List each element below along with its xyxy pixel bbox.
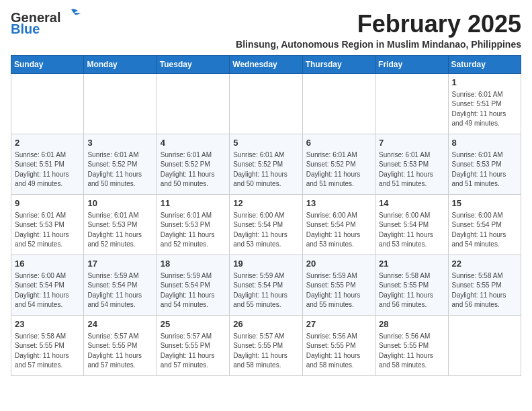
day-number: 21 [379, 258, 444, 270]
calendar-cell: 3Sunrise: 6:01 AM Sunset: 5:52 PM Daylig… [84, 134, 157, 194]
calendar-cell [11, 73, 84, 134]
calendar-cell: 14Sunrise: 6:00 AM Sunset: 5:54 PM Dayli… [375, 194, 448, 255]
calendar-cell: 19Sunrise: 5:59 AM Sunset: 5:54 PM Dayli… [230, 255, 302, 315]
month-title: February 2025 [81, 11, 521, 38]
calendar-cell [157, 73, 229, 134]
calendar-week-row: 16Sunrise: 6:00 AM Sunset: 5:54 PM Dayli… [11, 255, 521, 315]
day-number: 11 [161, 197, 226, 210]
calendar-cell: 26Sunrise: 5:57 AM Sunset: 5:55 PM Dayli… [230, 315, 302, 375]
day-number: 5 [233, 137, 298, 149]
day-info: Sunrise: 5:57 AM Sunset: 5:55 PM Dayligh… [87, 332, 152, 371]
calendar-cell: 9Sunrise: 6:01 AM Sunset: 5:53 PM Daylig… [11, 194, 84, 255]
calendar-cell: 17Sunrise: 5:59 AM Sunset: 5:54 PM Dayli… [84, 255, 157, 315]
day-info: Sunrise: 5:58 AM Sunset: 5:55 PM Dayligh… [379, 271, 444, 310]
day-info: Sunrise: 5:59 AM Sunset: 5:54 PM Dayligh… [161, 271, 226, 310]
bird-icon [62, 8, 81, 21]
day-number: 13 [306, 197, 371, 210]
day-number: 24 [87, 318, 152, 330]
weekday-header-thursday: Thursday [302, 55, 375, 73]
calendar-cell: 6Sunrise: 6:01 AM Sunset: 5:52 PM Daylig… [302, 134, 375, 194]
calendar-cell: 28Sunrise: 5:56 AM Sunset: 5:55 PM Dayli… [375, 315, 448, 375]
day-number: 14 [379, 197, 444, 210]
day-number: 20 [306, 258, 371, 270]
calendar-cell: 7Sunrise: 6:01 AM Sunset: 5:53 PM Daylig… [375, 134, 448, 194]
day-info: Sunrise: 6:01 AM Sunset: 5:52 PM Dayligh… [306, 150, 371, 189]
logo-blue: Blue [11, 21, 40, 37]
day-number: 15 [452, 197, 517, 210]
day-info: Sunrise: 5:57 AM Sunset: 5:55 PM Dayligh… [161, 332, 226, 371]
calendar-cell [230, 73, 302, 134]
day-number: 2 [15, 137, 80, 149]
calendar-cell: 11Sunrise: 6:01 AM Sunset: 5:53 PM Dayli… [157, 194, 229, 255]
day-number: 26 [233, 318, 298, 330]
calendar-cell: 25Sunrise: 5:57 AM Sunset: 5:55 PM Dayli… [157, 315, 229, 375]
day-info: Sunrise: 5:57 AM Sunset: 5:55 PM Dayligh… [233, 332, 298, 371]
calendar-table: SundayMondayTuesdayWednesdayThursdayFrid… [11, 55, 521, 376]
calendar-cell: 1Sunrise: 6:01 AM Sunset: 5:51 PM Daylig… [448, 73, 521, 134]
day-info: Sunrise: 5:59 AM Sunset: 5:54 PM Dayligh… [233, 271, 298, 310]
day-number: 10 [87, 197, 152, 210]
day-number: 22 [452, 258, 517, 270]
page-header: General Blue February 2025 Blinsung, Aut… [11, 11, 521, 50]
day-info: Sunrise: 6:01 AM Sunset: 5:53 PM Dayligh… [15, 211, 80, 250]
calendar-cell: 27Sunrise: 5:56 AM Sunset: 5:55 PM Dayli… [302, 315, 375, 375]
calendar-cell [448, 315, 521, 375]
weekday-header-wednesday: Wednesday [230, 55, 302, 73]
weekday-header-tuesday: Tuesday [157, 55, 229, 73]
day-info: Sunrise: 5:56 AM Sunset: 5:55 PM Dayligh… [379, 332, 444, 371]
day-info: Sunrise: 6:00 AM Sunset: 5:54 PM Dayligh… [379, 211, 444, 250]
calendar-cell: 12Sunrise: 6:00 AM Sunset: 5:54 PM Dayli… [230, 194, 302, 255]
calendar-cell [302, 73, 375, 134]
day-info: Sunrise: 6:01 AM Sunset: 5:51 PM Dayligh… [15, 150, 80, 189]
day-number: 18 [161, 258, 226, 270]
day-info: Sunrise: 6:01 AM Sunset: 5:52 PM Dayligh… [233, 150, 298, 189]
day-info: Sunrise: 5:56 AM Sunset: 5:55 PM Dayligh… [306, 332, 371, 371]
day-number: 19 [233, 258, 298, 270]
day-info: Sunrise: 5:59 AM Sunset: 5:55 PM Dayligh… [306, 271, 371, 310]
calendar-cell: 10Sunrise: 6:01 AM Sunset: 5:53 PM Dayli… [84, 194, 157, 255]
logo: General Blue [11, 11, 81, 37]
day-info: Sunrise: 6:01 AM Sunset: 5:53 PM Dayligh… [452, 150, 517, 189]
day-number: 9 [15, 197, 80, 210]
calendar-cell: 2Sunrise: 6:01 AM Sunset: 5:51 PM Daylig… [11, 134, 84, 194]
day-info: Sunrise: 6:00 AM Sunset: 5:54 PM Dayligh… [15, 271, 80, 310]
calendar-cell: 15Sunrise: 6:00 AM Sunset: 5:54 PM Dayli… [448, 194, 521, 255]
weekday-header-monday: Monday [84, 55, 157, 73]
weekday-header-saturday: Saturday [448, 55, 521, 73]
day-number: 1 [452, 77, 517, 89]
location-subtitle: Blinsung, Autonomous Region in Muslim Mi… [81, 39, 521, 50]
day-info: Sunrise: 6:00 AM Sunset: 5:54 PM Dayligh… [452, 211, 517, 250]
day-number: 8 [452, 137, 517, 149]
day-info: Sunrise: 6:01 AM Sunset: 5:52 PM Dayligh… [161, 150, 226, 189]
calendar-cell: 8Sunrise: 6:01 AM Sunset: 5:53 PM Daylig… [448, 134, 521, 194]
calendar-cell: 20Sunrise: 5:59 AM Sunset: 5:55 PM Dayli… [302, 255, 375, 315]
day-info: Sunrise: 6:01 AM Sunset: 5:52 PM Dayligh… [87, 150, 152, 189]
weekday-header-sunday: Sunday [11, 55, 84, 73]
day-number: 6 [306, 137, 371, 149]
calendar-cell: 18Sunrise: 5:59 AM Sunset: 5:54 PM Dayli… [157, 255, 229, 315]
day-info: Sunrise: 6:01 AM Sunset: 5:51 PM Dayligh… [452, 90, 517, 129]
day-number: 4 [161, 137, 226, 149]
title-block: February 2025 Blinsung, Autonomous Regio… [81, 11, 521, 50]
day-info: Sunrise: 6:00 AM Sunset: 5:54 PM Dayligh… [306, 211, 371, 250]
calendar-cell: 4Sunrise: 6:01 AM Sunset: 5:52 PM Daylig… [157, 134, 229, 194]
day-number: 17 [87, 258, 152, 270]
day-info: Sunrise: 5:58 AM Sunset: 5:55 PM Dayligh… [452, 271, 517, 310]
day-info: Sunrise: 5:59 AM Sunset: 5:54 PM Dayligh… [87, 271, 152, 310]
day-number: 12 [233, 197, 298, 210]
day-number: 7 [379, 137, 444, 149]
day-number: 23 [15, 318, 80, 330]
day-info: Sunrise: 6:01 AM Sunset: 5:53 PM Dayligh… [379, 150, 444, 189]
calendar-cell: 13Sunrise: 6:00 AM Sunset: 5:54 PM Dayli… [302, 194, 375, 255]
day-info: Sunrise: 6:01 AM Sunset: 5:53 PM Dayligh… [161, 211, 226, 250]
day-number: 16 [15, 258, 80, 270]
calendar-cell: 5Sunrise: 6:01 AM Sunset: 5:52 PM Daylig… [230, 134, 302, 194]
day-number: 27 [306, 318, 371, 330]
calendar-cell [375, 73, 448, 134]
calendar-cell: 16Sunrise: 6:00 AM Sunset: 5:54 PM Dayli… [11, 255, 84, 315]
calendar-cell: 22Sunrise: 5:58 AM Sunset: 5:55 PM Dayli… [448, 255, 521, 315]
calendar-header-row: SundayMondayTuesdayWednesdayThursdayFrid… [11, 55, 521, 73]
day-number: 3 [87, 137, 152, 149]
calendar-week-row: 23Sunrise: 5:58 AM Sunset: 5:55 PM Dayli… [11, 315, 521, 375]
calendar-week-row: 2Sunrise: 6:01 AM Sunset: 5:51 PM Daylig… [11, 134, 521, 194]
